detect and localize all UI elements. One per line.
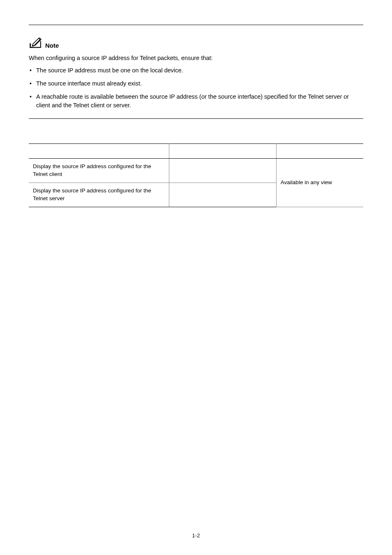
- note-bullet-item: A reachable route is available between t…: [36, 92, 363, 111]
- table-header-command: [169, 144, 276, 159]
- page-number: 1-2: [0, 532, 392, 539]
- note-label: Note: [45, 42, 59, 50]
- table-cell-operation: Display the source IP address configured…: [29, 183, 169, 207]
- note-bullet-list: The source IP address must be one on the…: [29, 66, 363, 110]
- note-bullet-item: The source interface must already exist.: [36, 79, 363, 88]
- note-pencil-icon: [29, 37, 43, 50]
- table-header-row: [29, 144, 363, 159]
- table-header-description: [276, 144, 363, 159]
- note-intro: When configuring a source IP address for…: [29, 55, 363, 61]
- table-header-operation: [29, 144, 169, 159]
- table-cell-description: Available in any view: [276, 159, 363, 207]
- table-cell-command: [169, 183, 276, 207]
- config-table: Display the source IP address configured…: [29, 143, 363, 207]
- note-block: Note When configuring a source IP addres…: [29, 37, 363, 110]
- table-cell-command: [169, 159, 276, 183]
- table-row: Display the source IP address configured…: [29, 159, 363, 183]
- note-bullet-item: The source IP address must be one on the…: [36, 66, 363, 75]
- table-cell-operation: Display the source IP address configured…: [29, 159, 169, 183]
- note-header: Note: [29, 37, 363, 50]
